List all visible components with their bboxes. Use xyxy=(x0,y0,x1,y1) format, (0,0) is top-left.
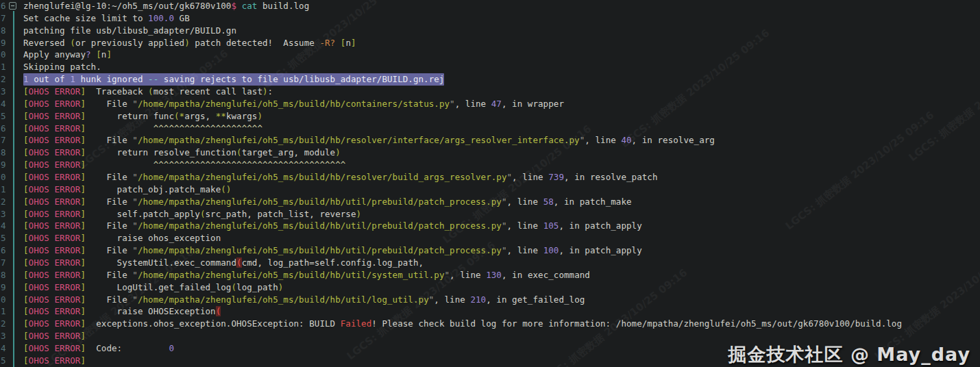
log-line-text: [OHOS ERROR] xyxy=(23,330,86,342)
log-line: 5[OHOS ERROR] return func(*args, **kwarg… xyxy=(0,110,980,123)
log-line: 5[OHOS ERROR] raise ohos_exception xyxy=(0,232,980,244)
log-line: 6[OHOS ERROR] File "/home/mpatha/zhenglu… xyxy=(0,244,980,257)
log-line-text: Skipping patch. xyxy=(23,61,101,73)
log-line-text: [OHOS ERROR] File "/home/mpatha/zhengluf… xyxy=(23,98,564,110)
terminal-prompt-line: 6zhenglufei@lg-10:~/oh5_ms/out/gk6780v10… xyxy=(0,0,980,12)
line-number: 6 xyxy=(1,0,9,12)
line-number: 4 xyxy=(1,220,9,232)
line-number: 5 xyxy=(1,110,9,123)
line-number: 2 xyxy=(1,73,9,86)
log-line-text: [OHOS ERROR] File "/home/mpatha/zhengluf… xyxy=(23,244,642,257)
log-line-text: zhenglufei@lg-10:~/oh5_ms/out/gk6780v100… xyxy=(23,0,309,12)
log-line-text: [OHOS ERROR] return resolve_function(tar… xyxy=(23,147,341,159)
log-line: 7Set cache size limit to 100.0 GB xyxy=(0,12,980,25)
line-number: 8 xyxy=(1,25,9,37)
log-line: 8[OHOS ERROR] return resolve_function(ta… xyxy=(0,147,980,159)
line-number: 9 xyxy=(1,281,9,294)
fold-collapse-icon[interactable] xyxy=(9,2,16,10)
fold-region-guide xyxy=(13,11,14,367)
log-line-text: [OHOS ERROR] File "/home/mpatha/zhengluf… xyxy=(23,134,715,147)
line-number: 2 xyxy=(1,318,9,330)
log-line: 8patching file usb/libusb_adapter/BUILD.… xyxy=(0,25,980,37)
log-line-text: [OHOS ERROR] xyxy=(23,355,86,367)
line-number: 5 xyxy=(1,355,9,367)
line-number: 2 xyxy=(1,196,9,208)
line-number: 9 xyxy=(1,159,9,171)
line-number: 8 xyxy=(1,147,9,159)
line-number: 0 xyxy=(1,171,9,184)
line-number: 1 xyxy=(1,305,9,318)
log-line-text: [OHOS ERROR] File "/home/mpatha/zhengluf… xyxy=(23,269,590,281)
log-line-text: [OHOS ERROR] File "/home/mpatha/zhengluf… xyxy=(23,171,658,184)
line-number: 4 xyxy=(1,98,9,110)
log-line-text: [OHOS ERROR] raise ohos_exception xyxy=(23,232,221,244)
log-line-text: [OHOS ERROR] return func(*args, **kwargs… xyxy=(23,110,262,123)
log-line-text: [OHOS ERROR] SystemUtil.exec_command(cmd… xyxy=(23,257,424,269)
line-number: 6 xyxy=(1,123,9,135)
log-line-text: Reversed (or previously applied) patch d… xyxy=(23,37,356,49)
log-line: 9[OHOS ERROR] ^^^^^^^^^^^^^^^^^^^^^^^^^^… xyxy=(0,159,980,171)
log-line: 3[OHOS ERROR] Traceback (most recent cal… xyxy=(0,86,980,98)
credit-watermark: 掘金技术社区 @ May_day xyxy=(728,342,970,367)
log-line-text: [OHOS ERROR] LogUtil.get_failed_log(log_… xyxy=(23,281,283,294)
log-line-text: Set cache size limit to 100.0 GB xyxy=(23,12,190,25)
log-line: 9Reversed (or previously applied) patch … xyxy=(0,37,980,49)
log-line: 8[OHOS ERROR] File "/home/mpatha/zhenglu… xyxy=(0,269,980,281)
log-line: 2[OHOS ERROR] File "/home/mpatha/zhenglu… xyxy=(0,196,980,208)
log-line: 0Apply anyway? [n] xyxy=(0,49,980,61)
log-line: 7[OHOS ERROR] SystemUtil.exec_command(cm… xyxy=(0,257,980,269)
log-line-text: [OHOS ERROR] patch_obj.patch_make() xyxy=(23,184,231,196)
log-line: 0[OHOS ERROR] File "/home/mpatha/zhenglu… xyxy=(0,171,980,184)
line-number: 1 xyxy=(1,184,9,196)
log-line-text: patching file usb/libusb_adapter/BUILD.g… xyxy=(23,25,236,37)
line-number: 0 xyxy=(1,294,9,306)
log-line: 1[OHOS ERROR] patch_obj.patch_make() xyxy=(0,184,980,196)
log-line-text: [OHOS ERROR] Code: 0 xyxy=(23,342,174,355)
line-number: 7 xyxy=(1,134,9,147)
log-line-text: [OHOS ERROR] raise OHOSException( xyxy=(23,305,221,318)
log-line-text: [OHOS ERROR] Traceback (most recent call… xyxy=(23,86,273,98)
line-number: 3 xyxy=(1,330,9,342)
line-number: 6 xyxy=(1,244,9,257)
selected-line-text: 1 out of 1 hunk ignored -- saving reject… xyxy=(23,73,444,86)
line-number: 3 xyxy=(1,208,9,220)
log-viewer-screen: 6zhenglufei@lg-10:~/oh5_ms/out/gk6780v10… xyxy=(0,0,980,367)
log-line: 4[OHOS ERROR] File "/home/mpatha/zhenglu… xyxy=(0,220,980,232)
log-line-text: [OHOS ERROR] File "/home/mpatha/zhengluf… xyxy=(23,220,642,232)
log-line-text: [OHOS ERROR] File "/home/mpatha/zhengluf… xyxy=(23,196,632,208)
line-number: 0 xyxy=(1,49,9,61)
log-line: 1Skipping patch. xyxy=(0,61,980,73)
log-line: 7[OHOS ERROR] File "/home/mpatha/zhenglu… xyxy=(0,134,980,147)
line-number: 1 xyxy=(1,61,9,73)
log-line: 4[OHOS ERROR] File "/home/mpatha/zhenglu… xyxy=(0,98,980,110)
log-line: 2[OHOS ERROR] exceptions.ohos_exception.… xyxy=(0,318,980,330)
line-number: 4 xyxy=(1,342,9,355)
log-lines: 6zhenglufei@lg-10:~/oh5_ms/out/gk6780v10… xyxy=(0,0,980,367)
line-number: 3 xyxy=(1,86,9,98)
log-line: 0[OHOS ERROR] File "/home/mpatha/zhenglu… xyxy=(0,294,980,306)
line-number: 5 xyxy=(1,232,9,244)
log-line-text: [OHOS ERROR] ^^^^^^^^^^^^^^^^^^^^^^^^^^^… xyxy=(23,159,345,171)
line-number: 7 xyxy=(1,12,9,25)
log-line-text: [OHOS ERROR] self.patch_apply(src_path, … xyxy=(23,208,361,220)
log-line-text: [OHOS ERROR] exceptions.ohos_exception.O… xyxy=(23,318,902,330)
line-number: 7 xyxy=(1,257,9,269)
line-number: 9 xyxy=(1,37,9,49)
log-line: 6[OHOS ERROR] ^^^^^^^^^^^^^^^^^^^^^ xyxy=(0,123,980,135)
log-line: 1[OHOS ERROR] raise OHOSException( xyxy=(0,305,980,318)
log-line-text: Apply anyway? [n] xyxy=(23,49,112,61)
log-line: 3[OHOS ERROR] xyxy=(0,330,980,342)
log-line-text: [OHOS ERROR] ^^^^^^^^^^^^^^^^^^^^^ xyxy=(23,123,262,135)
line-number: 8 xyxy=(1,269,9,281)
log-line: 9[OHOS ERROR] LogUtil.get_failed_log(log… xyxy=(0,281,980,294)
log-line-text: [OHOS ERROR] File "/home/mpatha/zhengluf… xyxy=(23,294,585,306)
log-line: 3[OHOS ERROR] self.patch_apply(src_path,… xyxy=(0,208,980,220)
selected-log-line: 21 out of 1 hunk ignored -- saving rejec… xyxy=(0,73,980,86)
